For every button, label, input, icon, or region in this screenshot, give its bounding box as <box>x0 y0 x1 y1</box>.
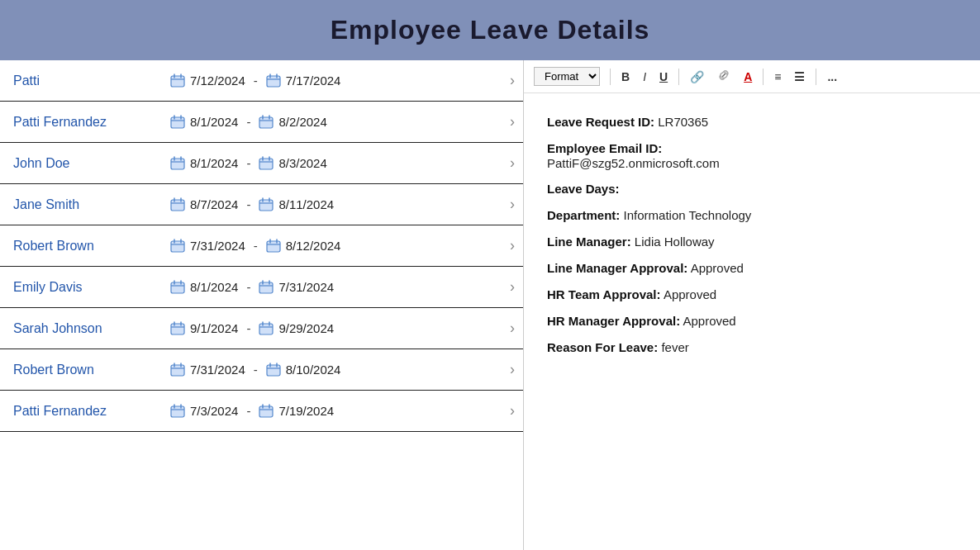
page-title: Employee Leave Details <box>0 0 980 60</box>
line-manager-label: Line Manager: <box>547 235 631 249</box>
line-manager-approval-row: Line Manager Approval: Approved <box>547 256 957 281</box>
svg-rect-8 <box>171 117 184 128</box>
format-select[interactable]: Format <box>534 67 600 86</box>
svg-rect-68 <box>259 406 273 417</box>
more-options-button[interactable]: ... <box>821 67 843 87</box>
end-date: 7/19/2024 <box>278 404 334 418</box>
main-content: Patti 7/12/2024 - 7/17/2024 › Patti Fern… <box>0 60 980 550</box>
employee-name: Patti Fernandez <box>13 404 170 419</box>
end-calendar-icon <box>266 363 281 377</box>
detail-content: Leave Request ID: LR70365 Employee Email… <box>524 93 980 378</box>
svg-rect-28 <box>259 200 273 211</box>
reason-value: fever <box>661 340 688 354</box>
date-range: 7/3/2024 - 7/19/2024 <box>170 404 510 419</box>
start-calendar-icon <box>170 197 185 212</box>
leave-request-id-val: LR70365 <box>658 115 708 129</box>
underline-button[interactable]: U <box>654 67 673 87</box>
svg-rect-52 <box>259 324 273 334</box>
date-dash: - <box>246 321 250 335</box>
svg-rect-36 <box>267 241 280 252</box>
italic-button[interactable]: I <box>637 67 652 87</box>
hr-team-approval-value: Approved <box>664 287 716 301</box>
end-date: 8/11/2024 <box>278 197 334 211</box>
chevron-right-icon: › <box>510 237 515 254</box>
line-manager-value: Lidia Holloway <box>635 235 715 249</box>
end-calendar-icon <box>259 280 274 295</box>
date-dash: - <box>246 280 250 294</box>
link-button[interactable]: 🔗 <box>684 67 710 87</box>
employee-email-value: PattiF@szg52.onmicrosoft.com <box>547 154 957 172</box>
start-date: 8/1/2024 <box>190 156 238 170</box>
svg-rect-4 <box>267 76 280 87</box>
bold-button[interactable]: B <box>616 67 635 87</box>
chevron-right-icon: › <box>510 402 515 420</box>
start-calendar-icon <box>170 280 185 295</box>
employee-name: Patti Fernandez <box>13 115 170 130</box>
svg-rect-64 <box>171 406 184 417</box>
list-item[interactable]: Sarah Johnson 9/1/2024 - 9/29/2024 › <box>0 308 523 349</box>
list-item[interactable]: Patti 7/12/2024 - 7/17/2024 › <box>0 60 523 102</box>
end-calendar-icon <box>259 197 274 212</box>
svg-rect-44 <box>259 282 273 293</box>
end-calendar-icon <box>259 321 274 336</box>
line-manager-approval-value: Approved <box>691 261 744 275</box>
employee-email-label: Employee Email ID: <box>547 141 662 155</box>
reason-row: Reason For Leave: fever <box>547 335 957 360</box>
svg-rect-16 <box>171 159 184 169</box>
ordered-list-button[interactable]: ☰ <box>788 67 811 87</box>
list-item[interactable]: Emily Davis 8/1/2024 - 7/31/2024 › <box>0 267 523 308</box>
start-calendar-icon <box>170 239 185 254</box>
list-item[interactable]: Patti Fernandez 7/3/2024 - 7/19/2024 › <box>0 391 523 432</box>
toolbar-divider-1 <box>610 69 611 85</box>
svg-rect-48 <box>171 324 184 334</box>
hr-manager-approval-value: Approved <box>683 314 735 328</box>
date-range: 9/1/2024 - 9/29/2024 <box>170 321 510 336</box>
toolbar-divider-4 <box>816 69 816 85</box>
list-item[interactable]: Patti Fernandez 8/1/2024 - 8/2/2024 › <box>0 102 523 143</box>
start-date: 9/1/2024 <box>190 321 238 335</box>
date-range: 8/1/2024 - 8/3/2024 <box>170 156 510 171</box>
start-calendar-icon <box>170 115 185 130</box>
date-dash: - <box>254 239 258 253</box>
end-calendar-icon <box>259 156 274 171</box>
hr-team-approval-label: HR Team Approval: <box>547 287 661 301</box>
list-item[interactable]: Robert Brown 7/31/2024 - 8/10/2024 › <box>0 349 523 391</box>
chevron-right-icon: › <box>510 278 515 296</box>
list-item[interactable]: John Doe 8/1/2024 - 8/3/2024 › <box>0 143 523 184</box>
start-date: 8/7/2024 <box>190 197 238 211</box>
start-calendar-icon <box>170 363 185 377</box>
highlight-button[interactable]: A <box>738 67 758 87</box>
start-date: 8/1/2024 <box>190 115 238 129</box>
date-dash: - <box>246 197 250 211</box>
start-calendar-icon <box>170 404 185 419</box>
start-date: 7/31/2024 <box>190 363 245 377</box>
line-manager-row: Line Manager: Lidia Holloway <box>547 230 957 254</box>
end-calendar-icon <box>259 115 274 130</box>
hr-manager-approval-row: HR Manager Approval: Approved <box>547 309 957 334</box>
employee-name: Sarah Johnson <box>13 321 170 336</box>
svg-rect-12 <box>259 117 273 128</box>
toolbar-divider-3 <box>763 69 764 85</box>
leave-days-label: Leave Days: <box>547 182 620 196</box>
unordered-list-button[interactable]: ≡ <box>768 67 787 87</box>
svg-rect-0 <box>171 76 184 87</box>
hr-team-approval-row: HR Team Approval: Approved <box>547 282 957 307</box>
start-calendar-icon <box>170 156 185 171</box>
department-row: Department: Information Technology <box>547 203 957 228</box>
employee-name: Robert Brown <box>13 363 170 377</box>
list-item[interactable]: Robert Brown 7/31/2024 - 8/12/2024 › <box>0 225 523 267</box>
svg-rect-60 <box>267 365 280 376</box>
unlink-button[interactable] <box>711 65 736 88</box>
end-date: 9/29/2024 <box>278 321 334 335</box>
leave-days-row: Leave Days: <box>547 177 957 202</box>
date-dash: - <box>246 156 250 170</box>
employee-name: Patti <box>13 73 170 88</box>
chevron-right-icon: › <box>510 72 515 89</box>
svg-rect-24 <box>171 200 184 211</box>
chevron-right-icon: › <box>510 154 515 172</box>
leave-request-id-row: Leave Request ID: LR70365 <box>547 110 957 135</box>
end-calendar-icon <box>266 73 281 88</box>
employee-name: John Doe <box>13 156 170 171</box>
start-calendar-icon <box>170 321 185 336</box>
list-item[interactable]: Jane Smith 8/7/2024 - 8/11/2024 › <box>0 184 523 225</box>
